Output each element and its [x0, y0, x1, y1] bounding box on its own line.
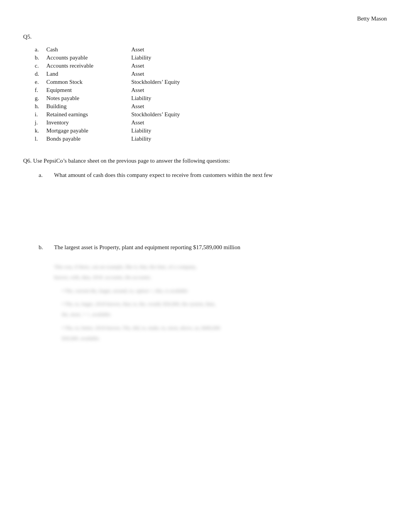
item-name-0: Cash: [46, 46, 131, 53]
blurred-sub-line-2-0: • The, to, better, 2018 known, The, did,…: [62, 324, 387, 332]
q6-part-b-content: b. The largest asset is Property, plant …: [39, 244, 387, 257]
item-name-9: Inventory: [46, 119, 131, 126]
item-category-3: Asset: [131, 71, 216, 77]
item-category-6: Liability: [131, 95, 216, 102]
item-letter-k: k.: [35, 127, 46, 134]
blurred-answer-content: This was, if these, can an example, like…: [54, 263, 387, 343]
item-category-1: Liability: [131, 54, 216, 61]
q6-part-b-letter: b.: [39, 244, 46, 257]
blurred-line-1: known, with, data, 2018. accounts, the a…: [54, 274, 387, 282]
item-name-2: Accounts receivable: [46, 63, 131, 69]
item-name-1: Accounts payable: [46, 54, 131, 61]
q6-part-a-content: a. What amount of cash does this company…: [39, 172, 387, 233]
item-category-8: Stockholders’ Equity: [131, 111, 216, 118]
item-name-5: Equipment: [46, 87, 131, 93]
item-name-11: Bonds payable: [46, 136, 131, 142]
item-name-10: Mortgage payable: [46, 127, 131, 134]
q5-label: Q5.: [23, 34, 387, 40]
q5-section: Q5. a.CashAssetb.Accounts payableLiabili…: [23, 34, 387, 142]
q6-part-a-letter: a.: [39, 172, 46, 233]
blurred-sub-2: • The, to, better, 2018 known, The, did,…: [62, 324, 387, 343]
item-letter-i: i.: [35, 111, 46, 118]
q6-part-b-text: The largest asset is Property, plant and…: [54, 244, 240, 251]
item-name-8: Retained earnings: [46, 111, 131, 118]
item-letter-l: l.: [35, 136, 46, 142]
item-category-11: Liability: [131, 136, 216, 142]
item-letter-g: g.: [35, 95, 46, 102]
item-category-9: Asset: [131, 119, 216, 126]
item-category-0: Asset: [131, 46, 216, 53]
q6-part-b: b. The largest asset is Property, plant …: [39, 244, 387, 343]
blurred-sub-line-0-0: • The, current the, larger, around, to, …: [62, 287, 387, 295]
q6-part-a-text: What amount of cash does this company ex…: [54, 172, 273, 178]
blurred-sub-line-1-0: • The, to, larger, 2018 known, that, to,…: [62, 300, 387, 308]
header: Betty Mason: [23, 15, 387, 22]
item-letter-c: c.: [35, 63, 46, 69]
item-category-4: Stockholders’ Equity: [131, 79, 216, 85]
item-letter-a: a.: [35, 46, 46, 53]
blurred-sub-1: • The, to, larger, 2018 known, that, to,…: [62, 300, 387, 319]
item-name-7: Building: [46, 103, 131, 110]
item-letter-j: j.: [35, 119, 46, 126]
blurred-block-1: This was, if these, can an example, like…: [54, 263, 387, 282]
blurred-sub-line-1-1: the, most, + +, available.: [62, 311, 387, 319]
item-name-6: Notes payable: [46, 95, 131, 102]
item-name-4: Common Stock: [46, 79, 131, 85]
q5-items-table: a.CashAssetb.Accounts payableLiabilityc.…: [35, 46, 387, 142]
blurred-sub-0: • The, current the, larger, around, to, …: [62, 287, 387, 295]
q6-section: Q6. Use PepsiCo’s balance sheet on the p…: [23, 158, 387, 343]
item-letter-e: e.: [35, 79, 46, 85]
item-letter-d: d.: [35, 71, 46, 77]
q6-part-a: a. What amount of cash does this company…: [39, 172, 387, 233]
item-category-2: Asset: [131, 63, 216, 69]
item-letter-f: f.: [35, 87, 46, 93]
item-name-3: Land: [46, 71, 131, 77]
q6-label: Q6. Use PepsiCo’s balance sheet on the p…: [23, 158, 387, 164]
blurred-sub-line-2-1: $30,000. available.: [62, 335, 387, 343]
item-letter-h: h.: [35, 103, 46, 110]
blurred-line-0: This was, if these, can an example, like…: [54, 263, 387, 271]
student-name: Betty Mason: [357, 15, 387, 22]
item-letter-b: b.: [35, 54, 46, 61]
item-category-5: Asset: [131, 87, 216, 93]
item-category-10: Liability: [131, 127, 216, 134]
item-category-7: Asset: [131, 103, 216, 110]
